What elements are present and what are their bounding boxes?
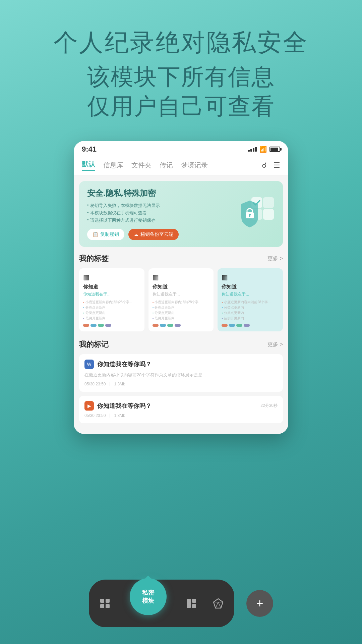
security-bullet-3: 请选择以下两种方式进行秘钥保存: [87, 217, 235, 223]
note-header-2: ▶ 你知道我在等你吗？ 22分30秒: [84, 401, 278, 411]
security-card: 安全.隐私.特殊加密 秘钥导入失败，本模块数据无法显示 本模块数据仅在手机端可查…: [79, 181, 283, 247]
signal-icon: [248, 147, 257, 152]
tag-subtitle-2: 你知道我在于...: [153, 291, 210, 297]
note-header-1: W 你知道我在等你吗？: [84, 360, 278, 369]
nav-item-infodb[interactable]: 信息库: [103, 161, 123, 170]
tags-section-header: 我的标签 更多 >: [79, 254, 283, 264]
nav-item-biography[interactable]: 传记: [160, 161, 173, 170]
tag-title-1: 你知道: [83, 284, 140, 290]
svg-line-17: [218, 602, 221, 608]
nav-icon-grid[interactable]: [100, 598, 110, 609]
svg-rect-11: [187, 599, 191, 608]
security-card-right: [235, 194, 275, 234]
battery-icon: [269, 147, 280, 152]
status-icons: 📶: [248, 146, 280, 153]
barcode-icon-2: ▦: [153, 273, 210, 281]
nav-icons: ☌ ☰: [262, 161, 280, 170]
tag-subtitle-1: 你知道我在于...: [83, 291, 140, 297]
note-footer-2: 05/30 23:50 1.3Mb: [84, 413, 278, 418]
menu-icon[interactable]: ☰: [274, 161, 280, 170]
svg-rect-3: [263, 209, 274, 220]
status-bar: 9:41 📶: [74, 141, 288, 156]
phone-mockup: 9:41 📶 默认 信息库 文件夹 传记 梦境记录 ☌ ☰: [74, 141, 288, 434]
search-icon[interactable]: ☌: [262, 161, 267, 170]
note-title-2: 你知道我在等你吗？: [97, 402, 152, 410]
nav-item-dreamlog[interactable]: 梦境记录: [181, 161, 208, 170]
private-module-button[interactable]: 私密 模块: [130, 578, 167, 615]
svg-rect-9: [100, 604, 104, 608]
divider-2: [110, 414, 110, 418]
tag-colors-3: [222, 324, 279, 327]
word-icon: W: [84, 360, 94, 369]
security-bullet-2: 本模块数据仅在手机端可查看: [87, 210, 235, 216]
lock-graphic: [235, 194, 275, 234]
hero-line1: 个人纪录绝对隐私安全: [54, 27, 308, 58]
note-preview-1: 在最近更新内容小取内容前28个字符作为文章的缩略展示是是...: [84, 372, 278, 378]
status-time: 9:41: [82, 145, 97, 154]
svg-rect-1: [263, 197, 274, 208]
bottom-nav-pill: 私密 模块: [89, 580, 234, 627]
bottom-nav: 私密 模块 +: [89, 580, 273, 627]
nav-icon-diamond[interactable]: [213, 598, 224, 609]
backup-cloud-button[interactable]: ☁ 秘钥备份至云端: [128, 229, 179, 240]
nav-item-default[interactable]: 默认: [82, 160, 95, 171]
barcode-icon-3: ▦: [222, 273, 279, 281]
notes-title: 我的标记: [79, 339, 109, 350]
nav-bar: 默认 信息库 文件夹 传记 梦境记录 ☌ ☰: [74, 156, 288, 176]
tag-title-3: 你知道: [222, 284, 279, 290]
notes-section: 我的标记 更多 > W 你知道我在等你吗？ 在最近更新内容小取内容前28个字符作…: [79, 339, 283, 423]
tag-colors-2: [153, 324, 210, 327]
note-date-2: 05/30 23:50: [84, 413, 106, 418]
note-title-1: 你知道我在等你吗？: [97, 360, 152, 368]
tags-title: 我的标签: [79, 254, 109, 264]
security-btns: 📋 复制秘钥 ☁ 秘钥备份至云端: [87, 229, 235, 240]
tag-card-2[interactable]: ▦ 你知道 你知道我在于... 小鹿近更新内容内消前28个字... 分类点更新内…: [148, 268, 214, 331]
nav-icon-layout[interactable]: [186, 598, 197, 609]
wifi-icon: 📶: [259, 146, 267, 153]
copy-key-button[interactable]: 📋 复制秘钥: [87, 229, 124, 240]
note-size-1: 1.3Mb: [114, 382, 125, 386]
note-footer-1: 05/30 23:50 1.3Mb: [84, 382, 278, 386]
tag-meta-2: 小鹿近更新内容内消前28个字... 分类点更新内 分类点更新内 范例开更新内: [153, 300, 210, 321]
security-bullet-1: 秘钥导入失败，本模块数据无法显示: [87, 203, 235, 209]
tag-meta-3: 小鹿近更新内容内消前28个字... 分类点更新内 分类点更新内 范例开更新内: [222, 300, 279, 321]
copy-icon: 📋: [93, 232, 98, 237]
security-list: 秘钥导入失败，本模块数据无法显示 本模块数据仅在手机端可查看 请选择以下两种方式…: [87, 203, 235, 223]
cloud-icon: ☁: [134, 232, 138, 237]
tags-more[interactable]: 更多 >: [267, 255, 283, 262]
divider-1: [110, 382, 110, 386]
tag-subtitle-3: 你知道我在于...: [222, 291, 279, 297]
tag-card-1[interactable]: ▦ 你知道 你知道我在于... 小鹿近更新内容内消前28个字... 分类点更新内…: [79, 268, 144, 331]
note-date-1: 05/30 23:50: [84, 382, 106, 386]
tag-meta-1: 小鹿近更新内容内消前28个字... 分类点更新内 分类点更新内 范例开更新内: [83, 300, 140, 321]
add-button[interactable]: +: [246, 590, 273, 617]
tag-title-2: 你知道: [153, 284, 210, 290]
security-card-left: 安全.隐私.特殊加密 秘钥导入失败，本模块数据无法显示 本模块数据仅在手机端可查…: [87, 188, 235, 240]
svg-line-16: [216, 602, 218, 608]
svg-rect-7: [100, 599, 104, 603]
notes-section-header: 我的标记 更多 >: [79, 339, 283, 350]
note-card-1[interactable]: W 你知道我在等你吗？ 在最近更新内容小取内容前28个字符作为文章的缩略展示是是…: [79, 354, 283, 392]
svg-marker-14: [214, 599, 223, 608]
hero-section: 个人纪录绝对隐私安全 该模块下所有信息 仅用户自己可查看: [54, 27, 308, 121]
hero-line2: 该模块下所有信息 仅用户自己可查看: [54, 62, 308, 121]
svg-rect-12: [192, 599, 196, 603]
notes-more[interactable]: 更多 >: [267, 341, 283, 348]
note-duration-2: 22分30秒: [260, 403, 278, 409]
note-card-2[interactable]: ▶ 你知道我在等你吗？ 22分30秒 05/30 23:50 1.3Mb: [79, 396, 283, 423]
tags-grid: ▦ 你知道 你知道我在于... 小鹿近更新内容内消前28个字... 分类点更新内…: [79, 268, 283, 331]
nav-item-folder[interactable]: 文件夹: [131, 161, 152, 170]
svg-rect-10: [106, 604, 110, 608]
barcode-icon-1: ▦: [83, 273, 140, 281]
security-title: 安全.隐私.特殊加密: [87, 188, 235, 199]
tag-colors-1: [83, 324, 140, 327]
svg-rect-8: [106, 599, 110, 603]
svg-rect-6: [249, 215, 250, 217]
svg-rect-13: [192, 604, 196, 608]
app-content: 安全.隐私.特殊加密 秘钥导入失败，本模块数据无法显示 本模块数据仅在手机端可查…: [74, 176, 288, 434]
note-size-2: 1.3Mb: [114, 413, 125, 418]
audio-icon: ▶: [84, 401, 94, 411]
tag-card-3[interactable]: ▦ 你知道 你知道我在于... 小鹿近更新内容内消前28个字... 分类点更新内…: [218, 268, 283, 331]
